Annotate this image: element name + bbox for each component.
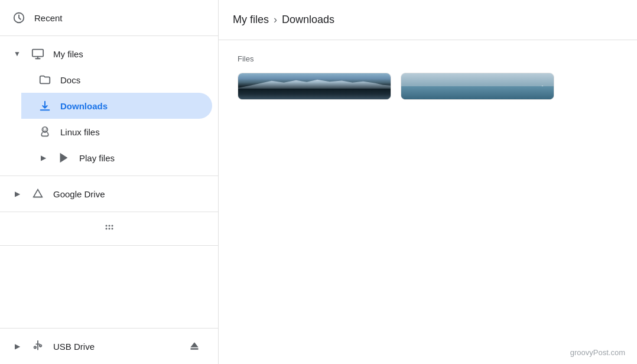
file-card-recording[interactable]: Screen recording 2... [401,73,554,100]
content-area: Files Screenshot 2022-0... [219,40,637,364]
main-content: My files › Downloads Files [219,0,637,364]
sidebar-linux-label: Linux files [60,127,100,137]
eject-icon[interactable] [188,340,200,352]
sidebar-play-label: Play files [79,153,115,163]
watermark: groovyPost.com [570,348,625,357]
svg-marker-8 [60,153,68,163]
files-grid: Screenshot 2022-0... [238,73,618,100]
sidebar-docs-label: Docs [60,75,80,85]
svg-point-11 [111,228,113,230]
drive-icon [31,187,45,201]
divider-2 [0,212,218,212]
usb-icon [31,339,45,353]
svg-rect-1 [32,50,43,57]
sidebar-usb-group: ▶ USB Drive [0,328,218,364]
sidebar-my-files-group: ▼ My files Docs [0,38,218,173]
svg-point-10 [108,228,110,230]
sidebar-item-google-drive[interactable]: ▶ Google Drive [0,181,212,207]
sidebar-item-docs[interactable]: Docs [21,67,212,93]
my-files-expand-icon: ▼ [12,50,22,58]
sidebar-recent-label: Recent [34,13,63,23]
file-thumbnail-screenshot [238,73,391,99]
svg-point-6 [43,129,44,130]
breadcrumb-current: Downloads [282,14,334,26]
breadcrumb-separator: › [274,14,277,26]
more-options-icon[interactable] [0,214,218,243]
play-expand-icon: ▶ [38,154,48,162]
sidebar-usb-label: USB Drive [53,342,95,352]
sidebar-item-downloads[interactable]: Downloads [21,93,212,119]
file-info-screenshot: Screenshot 2022-0... [238,99,391,100]
divider-1 [0,176,218,176]
sidebar-item-my-files[interactable]: ▼ My files [0,41,212,67]
svg-marker-17 [190,342,198,347]
file-thumbnail-recording [401,73,554,99]
svg-rect-18 [190,348,198,350]
sidebar-downloads-label: Downloads [60,101,108,111]
file-card-screenshot[interactable]: Screenshot 2022-0... [238,73,391,100]
sidebar-google-drive-group: ▶ Google Drive [0,178,218,209]
breadcrumb: My files › Downloads [233,14,334,26]
sidebar-my-files-label: My files [53,49,83,59]
download-icon [38,99,52,113]
sidebar-item-usb[interactable]: ▶ USB Drive [0,333,212,359]
file-info-recording: Screen recording 2... [401,99,554,100]
linux-icon [38,125,52,139]
svg-point-9 [105,228,107,230]
svg-point-14 [111,225,113,227]
files-section-label: Files [238,54,618,63]
sidebar-item-play[interactable]: ▶ Play files [21,145,212,171]
folder-icon [38,73,52,87]
sidebar-item-recent[interactable]: Recent [0,5,212,31]
divider-3 [0,245,218,246]
sidebar-drive-label: Google Drive [53,189,105,199]
sidebar: Recent ▼ My files [0,0,219,364]
usb-expand-icon: ▶ [12,342,22,350]
sidebar-sub-items: Docs Downloads [0,67,218,171]
svg-point-12 [105,225,107,227]
recent-icon [12,11,26,25]
sidebar-item-linux[interactable]: Linux files [21,119,212,145]
drive-expand-icon: ▶ [12,190,22,198]
svg-point-13 [108,225,110,227]
play-icon [57,151,71,165]
breadcrumb-my-files[interactable]: My files [233,14,269,26]
topbar: My files › Downloads [219,0,637,40]
computer-icon [31,47,45,61]
svg-point-7 [46,129,47,130]
